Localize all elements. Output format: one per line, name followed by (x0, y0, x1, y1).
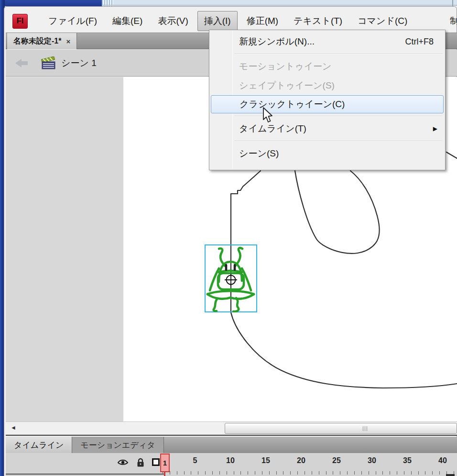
ruler-tick (305, 471, 305, 475)
menubar-item[interactable]: 制 (450, 11, 457, 31)
menu-item-label: タイムライン(T) (239, 122, 306, 135)
ruler-tick (418, 471, 419, 475)
ruler-tick (191, 471, 191, 475)
menubar-item[interactable]: ファイル(F) (42, 11, 103, 31)
outline-view-icon[interactable] (152, 458, 160, 466)
ruler-tick (219, 471, 220, 475)
flash-app-icon[interactable]: Fl (12, 14, 28, 29)
ruler-tick (283, 471, 283, 475)
timeline-tab-bar: タイムラインモーションエディタ (6, 437, 457, 453)
ruler-tick (205, 471, 206, 475)
ruler-tick (248, 471, 248, 475)
ruler-tick (369, 471, 369, 475)
menu-item-label: シェイプトゥイーン(S) (239, 79, 335, 92)
menu-item-label: 新規シンボル(N)... (239, 35, 315, 48)
timeline-tab[interactable]: タイムライン (6, 437, 72, 453)
lock-icon[interactable] (136, 458, 145, 467)
frame-number: 35 (403, 456, 412, 465)
back-arrow-icon[interactable] (15, 59, 28, 67)
ruler-corner-mark (446, 474, 455, 476)
ruler-tick (340, 471, 340, 475)
insert-menu-item[interactable]: 新規シンボル(N)...Ctrl+F8 (209, 32, 445, 51)
ruler-tick (425, 471, 425, 475)
ruler-tick (382, 471, 383, 475)
frame-number: 30 (368, 456, 376, 465)
ruler-tick (319, 471, 319, 475)
ruler-tick (312, 471, 312, 475)
ruler-tick (290, 471, 291, 475)
document-title: 名称未設定-1* (13, 36, 61, 46)
document-tab[interactable]: 名称未設定-1* × (7, 33, 77, 49)
ruler-tick (198, 471, 198, 475)
frame-number: 40 (438, 456, 447, 465)
ruler-tick (376, 471, 376, 475)
frog-doodle (205, 244, 257, 312)
ruler-tick (361, 471, 362, 475)
registration-point-icon (225, 274, 237, 286)
menu-items: ファイル(F)編集(E)表示(V)挿入(I)修正(M)テキスト(T)コマンド(C… (42, 11, 416, 31)
frame-number: 25 (332, 456, 341, 465)
menubar-item[interactable]: 挿入(I) (197, 11, 238, 31)
visibility-eye-icon[interactable] (117, 458, 129, 466)
mouse-cursor-icon (262, 107, 275, 123)
menubar-item[interactable]: 編集(E) (106, 11, 149, 31)
breadcrumb-scene-label[interactable]: シーン 1 (61, 57, 97, 69)
ruler-tick (269, 471, 270, 475)
menubar-item[interactable]: 修正(M) (240, 11, 284, 31)
menu-separator (209, 51, 445, 57)
timeline-tab[interactable]: モーションエディタ (72, 437, 163, 453)
frame-number: 15 (261, 456, 270, 465)
menubar-item[interactable]: コマンド(C) (351, 11, 413, 31)
ruler-tick (297, 471, 298, 475)
ruler-tick (333, 471, 333, 475)
frame-number: 5 (193, 456, 197, 465)
selected-symbol[interactable] (205, 244, 257, 312)
submenu-arrow-icon: ▶ (433, 125, 437, 132)
insert-menu-item[interactable]: タイムライン(T)▶ (209, 119, 445, 138)
insert-menu-items: 新規シンボル(N)...Ctrl+F8モーショントゥイーンシェイプトゥイーン(S… (209, 32, 445, 163)
insert-menu-item: モーショントゥイーン (209, 57, 445, 76)
menu-bar: Fl ファイル(F)編集(E)表示(V)挿入(I)修正(M)テキスト(T)コマン… (6, 11, 457, 31)
insert-menu-item[interactable]: クラシックトゥイーン(C) (211, 95, 444, 113)
scrollbar-thumb[interactable] (225, 423, 457, 434)
menu-item-label: シーン(S) (239, 147, 279, 160)
window-top-edge (102, 5, 457, 6)
ruler-tick (354, 471, 355, 475)
ruler-tick (227, 471, 227, 475)
ruler-tick (212, 471, 213, 475)
ruler-tick (411, 471, 412, 475)
close-icon[interactable]: × (66, 37, 70, 45)
frame-number: 20 (297, 456, 305, 465)
timeline-header: 510152025303540 1 (6, 453, 457, 476)
ruler-tick (390, 471, 390, 475)
playhead-line (164, 472, 165, 476)
ruler-tick (276, 471, 277, 475)
scroll-left-arrow-icon[interactable]: ◄ (11, 424, 16, 431)
horizontal-scrollbar[interactable]: ◄ (6, 421, 457, 435)
ruler-tick (234, 471, 234, 475)
ruler-tick (397, 471, 397, 475)
insert-menu-item: シェイプトゥイーン(S) (209, 76, 445, 95)
ruler-tick (347, 471, 348, 475)
ruler-tick (404, 471, 404, 475)
playhead[interactable]: 1 (160, 454, 170, 472)
desktop-top-band (0, 0, 457, 6)
ruler-tick (326, 471, 326, 475)
ruler-tick (432, 471, 433, 475)
insert-menu-item[interactable]: シーン(S) (209, 144, 445, 163)
scene-clapperboard-icon (41, 56, 56, 70)
ruler-tick (177, 471, 177, 475)
ruler-tick (255, 471, 255, 475)
scrollbar-grip-icon (363, 426, 370, 431)
menubar-item[interactable]: 表示(V) (152, 11, 194, 31)
menu-separator (209, 138, 445, 144)
pasteboard (6, 77, 123, 421)
background-window-titlebar (0, 0, 102, 6)
timeline-panel: タイムラインモーションエディタ 510152025303540 1 (6, 435, 457, 476)
menu-item-label: クラシックトゥイーン(C) (239, 98, 345, 111)
header-divider (6, 474, 165, 475)
frame-number: 10 (226, 456, 235, 465)
ruler-tick (184, 471, 185, 475)
menubar-item[interactable]: テキスト(T) (287, 11, 348, 31)
menu-separator (209, 113, 445, 119)
